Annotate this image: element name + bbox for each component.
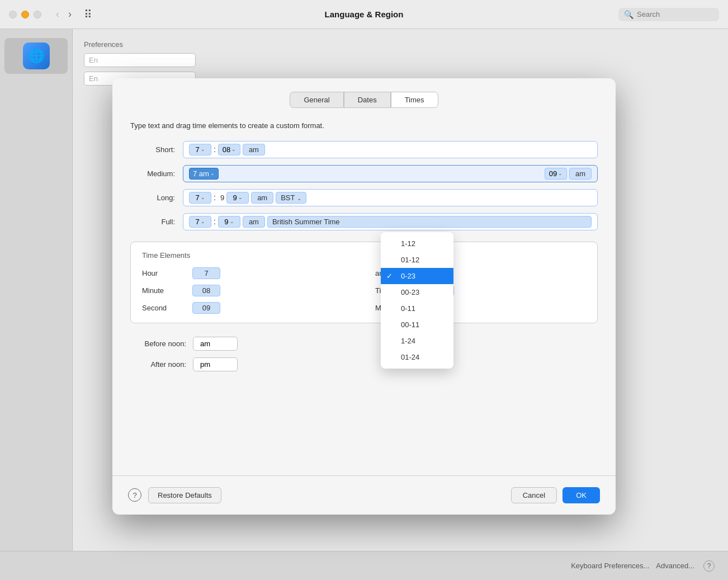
before-noon-label: Before noon:: [130, 339, 186, 348]
elements-grid: Hour 7 am/pm am Minute 08 Time Zone BST …: [142, 267, 586, 314]
dropdown-item-1-12[interactable]: 1-12: [381, 235, 453, 252]
pref-input-1: En: [84, 53, 196, 67]
tab-general[interactable]: General: [290, 92, 343, 108]
subtitle: Type text and drag time elements to crea…: [130, 121, 598, 130]
after-noon-label: After noon:: [130, 360, 186, 369]
pref-input-row: En: [84, 53, 717, 67]
full-label: Full:: [130, 218, 175, 226]
long-format-field[interactable]: 7 ⌄ : 9 9 ⌄ am BST ⌄: [183, 189, 598, 206]
search-icon: 🔍: [624, 10, 634, 19]
full-format-row: Full: 7 ⌄ : 9 ⌄ am British Summer Time: [130, 213, 598, 230]
tab-bar: General Dates Times: [130, 92, 598, 108]
before-noon-row: Before noon:: [130, 337, 598, 351]
tab-dates[interactable]: Dates: [344, 92, 391, 108]
time-elements-title: Time Elements: [142, 251, 586, 260]
long-timezone-badge[interactable]: BST ⌄: [276, 192, 306, 204]
short-colon: :: [214, 145, 216, 154]
long-minute-dropdown[interactable]: 9 ⌄: [226, 192, 249, 204]
medium-ampm-badge[interactable]: am: [569, 168, 592, 180]
long-format-row: Long: 7 ⌄ : 9 9 ⌄ am BST ⌄: [130, 189, 598, 206]
short-label: Short:: [130, 145, 175, 154]
help-icon[interactable]: ?: [703, 560, 715, 572]
globe-icon: 🌐: [23, 43, 50, 69]
maximize-button[interactable]: [34, 11, 41, 18]
window-title: Language & Region: [325, 10, 404, 19]
element-value-second[interactable]: 09: [192, 302, 220, 314]
element-label-hour: Hour: [142, 269, 187, 277]
long-minute-val: 9: [220, 194, 224, 202]
dropdown-item-00-11[interactable]: 00-11: [381, 317, 453, 333]
short-hour-dropdown[interactable]: 7 ⌄: [189, 144, 211, 155]
help-button[interactable]: ?: [128, 488, 141, 502]
time-elements-section: Time Elements Hour 7 am/pm am Minute 08 …: [130, 242, 598, 323]
element-value-hour[interactable]: 7: [192, 267, 220, 279]
long-hour-dropdown[interactable]: 7 ⌄: [189, 192, 211, 204]
after-noon-row: After noon:: [130, 357, 598, 371]
sidebar: 🌐: [0, 29, 73, 580]
full-format-field[interactable]: 7 ⌄ : 9 ⌄ am British Summer Time: [183, 213, 598, 230]
element-value-minute[interactable]: 08: [192, 285, 220, 296]
element-row-minute: Minute 08: [142, 285, 353, 296]
short-format-field[interactable]: 7 ⌄ : 08 ⌄ am: [183, 141, 598, 158]
keyboard-prefs-link[interactable]: Keyboard Preferences...: [571, 562, 649, 570]
pref-label: Preferences: [84, 40, 717, 49]
short-minute-dropdown[interactable]: 08 ⌄: [218, 144, 240, 155]
hour-format-dropdown[interactable]: 1-12 01-12 ✓ 0-23 00-23 0-11 00-11 1-24 …: [381, 232, 453, 369]
close-button[interactable]: [9, 11, 17, 18]
dropdown-item-01-24[interactable]: 01-24: [381, 349, 453, 365]
advanced-link[interactable]: Advanced...: [656, 562, 694, 570]
element-label-minute: Minute: [142, 286, 187, 295]
titlebar: ‹ › ⠿ Language & Region 🔍: [0, 0, 728, 29]
dropdown-item-01-12[interactable]: 01-12: [381, 252, 453, 268]
full-hour-dropdown[interactable]: 7 ⌄: [189, 216, 211, 228]
forward-button[interactable]: ›: [65, 7, 75, 21]
search-bar: 🔍: [618, 8, 719, 21]
cancel-button[interactable]: Cancel: [511, 487, 557, 503]
checkmark-icon: ✓: [386, 272, 393, 280]
full-timezone-badge[interactable]: British Summer Time: [267, 216, 592, 228]
tab-times[interactable]: Times: [391, 92, 438, 108]
ok-button[interactable]: OK: [562, 487, 600, 503]
medium-format-row: Medium: 7 am ⌄ 09 ⌄ am: [130, 165, 598, 182]
before-noon-input[interactable]: [193, 337, 238, 351]
long-label: Long:: [130, 194, 175, 202]
traffic-lights: [9, 11, 41, 18]
modal-dialog: General Dates Times Type text and drag t…: [112, 78, 616, 515]
nav-buttons: ‹ ›: [53, 7, 75, 21]
medium-format-field[interactable]: 7 am ⌄ 09 ⌄ am: [183, 165, 598, 182]
long-colon: :: [214, 193, 216, 202]
short-format-row: Short: 7 ⌄ : 08 ⌄ am: [130, 141, 598, 158]
dropdown-item-0-11[interactable]: 0-11: [381, 300, 453, 317]
noon-section: Before noon: After noon:: [130, 337, 598, 371]
medium-hour-dropdown[interactable]: 7 am ⌄: [189, 168, 219, 180]
dropdown-item-1-24[interactable]: 1-24: [381, 333, 453, 349]
medium-label: Medium:: [130, 169, 175, 178]
grid-icon[interactable]: ⠿: [84, 8, 92, 21]
minimize-button[interactable]: [21, 11, 29, 18]
full-colon: :: [214, 217, 216, 226]
full-ampm-badge[interactable]: am: [243, 216, 265, 228]
search-input[interactable]: [637, 10, 713, 18]
element-row-hour: Hour 7: [142, 267, 353, 279]
element-row-second: Second 09: [142, 302, 353, 314]
full-minute-dropdown[interactable]: 9 ⌄: [218, 216, 240, 228]
element-label-second: Second: [142, 304, 187, 312]
after-noon-input[interactable]: [193, 357, 238, 371]
long-ampm-badge[interactable]: am: [251, 192, 273, 204]
dropdown-item-0-23[interactable]: ✓ 0-23: [381, 268, 453, 284]
bottom-bar: Keyboard Preferences... Advanced... ?: [0, 551, 728, 580]
short-ampm-badge[interactable]: am: [243, 144, 265, 155]
restore-defaults-button[interactable]: Restore Defaults: [148, 487, 221, 503]
medium-minute-dropdown[interactable]: 09 ⌄: [545, 168, 567, 180]
dropdown-item-00-23[interactable]: 00-23: [381, 284, 453, 300]
footer-right: Cancel OK: [511, 487, 600, 503]
sidebar-item-language[interactable]: 🌐: [4, 38, 68, 74]
back-button[interactable]: ‹: [53, 7, 63, 21]
modal-footer: ? Restore Defaults Cancel OK: [112, 475, 616, 515]
